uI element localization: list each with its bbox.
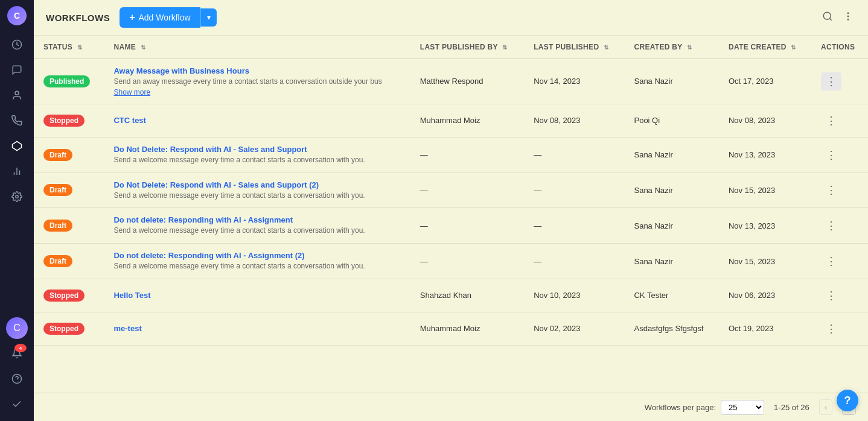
workflow-description: Send an away message every time a contac…	[113, 77, 400, 87]
workflow-name-link[interactable]: Away Message with Business Hours	[113, 66, 249, 75]
cell-created-by: Asdasfgfgs Sfgsfgsf	[624, 312, 718, 345]
row-actions-button[interactable]: ⋮	[821, 217, 841, 235]
sidebar-item-notifications[interactable]: 4	[6, 343, 28, 364]
cell-last-published-by: —	[410, 137, 524, 173]
search-button[interactable]	[820, 8, 835, 27]
row-actions-button[interactable]: ⋮	[821, 286, 841, 305]
last-published-by-sort-icon[interactable]: ⇅	[502, 44, 507, 51]
status-badge: Draft	[43, 149, 72, 161]
table-header: STATUS ⇅ NAME ⇅ LAST PUBLISHED BY ⇅ LAST…	[34, 36, 868, 59]
add-workflow-button[interactable]: + Add Workflow	[120, 7, 200, 28]
header-actions	[820, 8, 856, 27]
workflow-name-link[interactable]: Do Not Delete: Respond with AI - Sales a…	[113, 180, 319, 189]
cell-date-created: Nov 13, 2023	[719, 137, 811, 173]
add-workflow-dropdown-button[interactable]: ▾	[200, 8, 217, 27]
sidebar-item-dashboard[interactable]	[6, 34, 28, 55]
row-actions-button[interactable]: ⋮	[821, 146, 841, 164]
table-row: StoppedHello TestShahzad KhanNov 10, 202…	[34, 279, 868, 312]
cell-created-by: Pooi Qi	[624, 104, 718, 137]
cell-status: Stopped	[34, 279, 104, 312]
add-workflow-button-group: + Add Workflow ▾	[120, 7, 216, 28]
status-badge: Stopped	[43, 290, 85, 302]
col-last-published: LAST PUBLISHED ⇅	[524, 36, 624, 59]
col-created-by: CREATED BY ⇅	[624, 36, 718, 59]
cell-last-published: —	[524, 137, 624, 173]
status-badge: Draft	[43, 184, 72, 196]
cell-created-by: Sana Nazir	[624, 244, 718, 279]
prev-page-button[interactable]: ‹	[819, 399, 833, 415]
table-row: DraftDo not delete: Responding with AI -…	[34, 208, 868, 244]
workflow-description: Send a welcome message every time a cont…	[113, 261, 400, 271]
row-actions-button[interactable]: ⋮	[821, 320, 841, 338]
per-page-select[interactable]: 25 10 50 100	[721, 400, 764, 415]
help-button[interactable]: ?	[837, 390, 858, 411]
col-name: NAME ⇅	[104, 36, 410, 59]
sidebar-item-calls[interactable]	[6, 110, 28, 131]
cell-actions: ⋮	[811, 208, 868, 244]
show-more-link[interactable]: Show more	[113, 88, 400, 97]
workflow-name-link[interactable]: Do Not Delete: Respond with AI - Sales a…	[113, 145, 307, 154]
cell-last-published: Nov 14, 2023	[524, 59, 624, 104]
cell-name: Away Message with Business HoursSend an …	[104, 59, 410, 104]
cell-date-created: Nov 15, 2023	[719, 244, 811, 279]
header: WORKFLOWS + Add Workflow ▾	[34, 0, 868, 36]
sidebar-item-settings[interactable]	[6, 186, 28, 207]
per-page-wrapper: Workflows per page: 25 10 50 100	[645, 400, 764, 415]
cell-last-published-by: Shahzad Khan	[410, 279, 524, 312]
svg-point-1	[15, 91, 19, 95]
svg-point-11	[847, 13, 849, 14]
cell-actions: ⋮	[811, 137, 868, 173]
plus-icon: +	[129, 12, 135, 23]
more-options-button[interactable]	[840, 8, 856, 27]
row-actions-button[interactable]: ⋮	[821, 72, 841, 90]
cell-status: Stopped	[34, 312, 104, 345]
col-date-created: DATE CREATED ⇅	[719, 36, 811, 59]
sidebar-item-help[interactable]	[6, 368, 28, 390]
avatar[interactable]: C	[7, 6, 27, 25]
svg-point-9	[823, 12, 831, 19]
cell-last-published: Nov 02, 2023	[524, 312, 624, 345]
workflow-name-link[interactable]: Do not delete: Responding with AI - Assi…	[113, 215, 293, 224]
status-badge: Draft	[43, 255, 72, 267]
created-by-sort-icon[interactable]: ⇅	[687, 44, 692, 51]
status-badge: Published	[43, 75, 90, 87]
sidebar-item-workflows[interactable]	[6, 135, 28, 157]
add-workflow-label: Add Workflow	[139, 13, 191, 22]
row-actions-button[interactable]: ⋮	[821, 112, 841, 130]
svg-line-10	[829, 18, 831, 20]
workflow-name-link[interactable]: Do not delete: Responding with AI - Assi…	[113, 251, 304, 260]
cell-name: CTC test	[104, 104, 410, 137]
cell-actions: ⋮	[811, 312, 868, 345]
sidebar-item-contacts[interactable]	[6, 84, 28, 106]
status-badge: Stopped	[43, 115, 85, 127]
cell-actions: ⋮	[811, 279, 868, 312]
sidebar-item-conversations[interactable]	[6, 59, 28, 81]
table-row: DraftDo Not Delete: Respond with AI - Sa…	[34, 137, 868, 173]
date-created-sort-icon[interactable]: ⇅	[791, 44, 796, 51]
svg-point-13	[847, 19, 849, 20]
col-last-published-by: LAST PUBLISHED BY ⇅	[410, 36, 524, 59]
workflows-table: STATUS ⇅ NAME ⇅ LAST PUBLISHED BY ⇅ LAST…	[34, 36, 868, 346]
table-row: PublishedAway Message with Business Hour…	[34, 59, 868, 104]
row-actions-button[interactable]: ⋮	[821, 181, 841, 199]
cell-last-published-by: Matthew Respond	[410, 59, 524, 104]
status-sort-icon[interactable]: ⇅	[77, 44, 82, 51]
sidebar-item-reports[interactable]	[6, 160, 28, 182]
sidebar-item-user[interactable]: C	[6, 317, 28, 339]
workflow-name-link[interactable]: CTC test	[113, 116, 145, 125]
sidebar-item-done[interactable]	[6, 393, 28, 415]
cell-created-by: Sana Nazir	[624, 59, 718, 104]
cell-status: Stopped	[34, 104, 104, 137]
workflow-name-link[interactable]: me-test	[113, 324, 141, 333]
cell-date-created: Nov 08, 2023	[719, 104, 811, 137]
page-title: WORKFLOWS	[46, 13, 110, 23]
cell-created-by: Sana Nazir	[624, 173, 718, 208]
row-actions-button[interactable]: ⋮	[821, 252, 841, 270]
cell-created-by: CK Tester	[624, 279, 718, 312]
name-sort-icon[interactable]: ⇅	[141, 44, 145, 51]
last-published-sort-icon[interactable]: ⇅	[604, 44, 608, 51]
svg-marker-2	[13, 142, 22, 151]
cell-last-published: —	[524, 244, 624, 279]
cell-last-published-by: —	[410, 208, 524, 244]
workflow-name-link[interactable]: Hello Test	[113, 291, 150, 300]
